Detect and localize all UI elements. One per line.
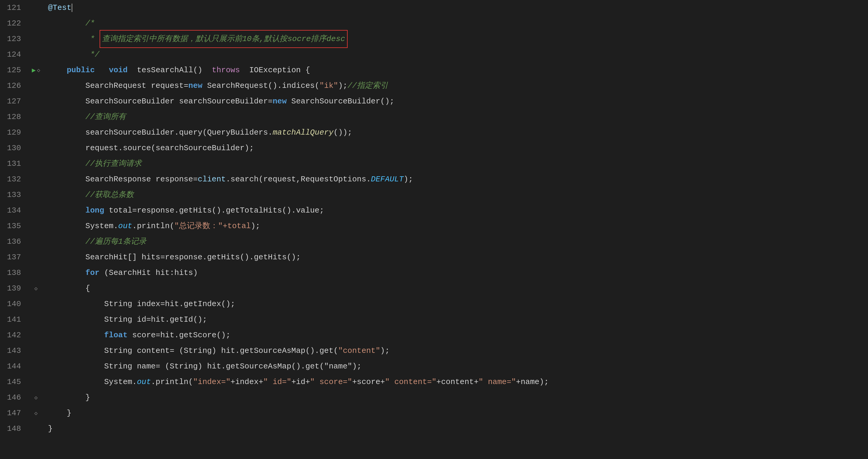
- code-content: @Test: [45, 0, 868, 15]
- line-number: 126: [0, 81, 27, 90]
- line-number: 141: [0, 315, 27, 324]
- highlighted-comment: 查询指定索引中所有数据，默认只展示前10条,默认按socre排序desc: [100, 30, 348, 48]
- code-line-123: 123 * 查询指定索引中所有数据，默认只展示前10条,默认按socre排序de…: [0, 31, 868, 47]
- code-line-135: 135 System.out.println("总记录数："+total);: [0, 218, 868, 234]
- code-content: {: [45, 281, 868, 296]
- line-number: 147: [0, 408, 27, 418]
- code-content: System.out.println("index="+index+" id="…: [45, 374, 868, 390]
- line-number: 122: [0, 19, 27, 28]
- line-number: 140: [0, 299, 27, 308]
- code-line-141: 141 String id=hit.getId();: [0, 312, 868, 327]
- line-number: 130: [0, 143, 27, 153]
- line-number: 134: [0, 206, 27, 215]
- line-number: 132: [0, 175, 27, 184]
- token: @Test: [48, 3, 71, 12]
- code-content: }: [45, 390, 868, 405]
- code-content: //查询所有: [45, 109, 868, 125]
- code-content: float score=hit.getScore();: [45, 327, 868, 343]
- token: IOException {: [244, 66, 310, 75]
- line-number: 142: [0, 331, 27, 340]
- token: void: [109, 66, 127, 75]
- line-number: 125: [0, 66, 27, 75]
- code-content: String content= (String) hit.getSourceAs…: [45, 343, 868, 359]
- code-line-140: 140 String index=hit.getIndex();: [0, 296, 868, 312]
- code-content: String index=hit.getIndex();: [45, 296, 868, 312]
- code-line-146: 146 ◇ }: [0, 390, 868, 405]
- line-number: 136: [0, 237, 27, 246]
- code-content: String name= (String) hit.getSourceAsMap…: [45, 359, 868, 374]
- token: /*: [48, 19, 95, 28]
- code-line-122: 122 /*: [0, 15, 868, 31]
- token: tesSearchAll(): [132, 66, 207, 75]
- bookmark-icon[interactable]: ◇: [37, 67, 40, 73]
- line-number: 143: [0, 346, 27, 355]
- token: throws: [212, 66, 240, 75]
- code-content: for (SearchHit hit:hits): [45, 265, 868, 281]
- code-line-148: 148 }: [0, 421, 868, 436]
- cursor: [72, 4, 72, 12]
- code-content: System.out.println("总记录数："+total);: [45, 218, 868, 234]
- code-line-138: 138 for (SearchHit hit:hits): [0, 265, 868, 281]
- line-number: 144: [0, 362, 27, 371]
- code-content: /*: [45, 15, 868, 31]
- code-line-132: 132 SearchResponse response=client.searc…: [0, 171, 868, 187]
- code-line-124: 124 */: [0, 47, 868, 62]
- code-line-144: 144 String name= (String) hit.getSourceA…: [0, 359, 868, 374]
- code-content: }: [45, 405, 868, 421]
- code-line-126: 126 SearchRequest request=new SearchRequ…: [0, 78, 868, 94]
- code-line-134: 134 long total=response.getHits().getTot…: [0, 203, 868, 218]
- line-number: 145: [0, 378, 27, 387]
- line-number: 137: [0, 253, 27, 262]
- code-content: SearchRequest request=new SearchRequest(…: [45, 78, 868, 94]
- line-number: 133: [0, 190, 27, 199]
- line-number: 135: [0, 222, 27, 231]
- code-content: * 查询指定索引中所有数据，默认只展示前10条,默认按socre排序desc: [45, 30, 868, 48]
- code-content: SearchHit[] hits=response.getHits().getH…: [45, 250, 868, 265]
- code-line-130: 130 request.source(searchSourceBuilder);: [0, 140, 868, 156]
- run-icon[interactable]: ▶: [32, 66, 36, 74]
- code-line-147: 147 ◇ }: [0, 405, 868, 421]
- bookmark-icon[interactable]: ◇: [34, 410, 38, 417]
- line-number: 127: [0, 97, 27, 106]
- code-line-129: 129 searchSourceBuilder.query(QueryBuild…: [0, 125, 868, 140]
- gutter-139: ◇: [27, 285, 45, 292]
- gutter-125: ▶ ◇: [27, 66, 45, 74]
- code-content: */: [45, 47, 868, 62]
- code-line-127: 127 SearchSourceBuilder searchSourceBuil…: [0, 94, 868, 109]
- line-number: 121: [0, 3, 27, 12]
- bookmark-icon[interactable]: ◇: [34, 285, 38, 292]
- code-line-142: 142 float score=hit.getScore();: [0, 327, 868, 343]
- line-number: 129: [0, 128, 27, 137]
- code-content: String id=hit.getId();: [45, 312, 868, 327]
- line-number: 148: [0, 424, 27, 433]
- code-line-139: 139 ◇ {: [0, 281, 868, 296]
- code-line-143: 143 String content= (String) hit.getSour…: [0, 343, 868, 359]
- token: */: [48, 50, 100, 59]
- code-line-125: 125 ▶ ◇ public void tesSearchAll() throw…: [0, 62, 868, 78]
- code-line-136: 136 //遍历每1条记录: [0, 234, 868, 250]
- gutter-146: ◇: [27, 394, 45, 401]
- line-number: 124: [0, 50, 27, 59]
- code-line-137: 137 SearchHit[] hits=response.getHits().…: [0, 250, 868, 265]
- code-content: //执行查询请求: [45, 156, 868, 171]
- code-content: searchSourceBuilder.query(QueryBuilders.…: [45, 125, 868, 140]
- code-content: //遍历每1条记录: [45, 234, 868, 250]
- line-number: 123: [0, 34, 27, 43]
- code-content: SearchSourceBuilder searchSourceBuilder=…: [45, 94, 868, 109]
- line-number: 131: [0, 159, 27, 168]
- code-content: SearchResponse response=client.search(re…: [45, 171, 868, 187]
- code-content: //获取总条数: [45, 187, 868, 203]
- line-number: 146: [0, 393, 27, 402]
- code-content: public void tesSearchAll() throws IOExce…: [45, 62, 868, 78]
- code-editor[interactable]: 121 @Test 122 /* 123 * 查询指定索引中所有数据，默认只展示…: [0, 0, 868, 459]
- code-line-121: 121 @Test: [0, 0, 868, 15]
- bookmark-icon[interactable]: ◇: [34, 394, 38, 401]
- line-number: 139: [0, 284, 27, 293]
- code-content: request.source(searchSourceBuilder);: [45, 140, 868, 156]
- code-line-131: 131 //执行查询请求: [0, 156, 868, 171]
- code-content: long total=response.getHits().getTotalHi…: [45, 203, 868, 218]
- token: *: [48, 34, 100, 43]
- gutter-147: ◇: [27, 410, 45, 417]
- code-line-128: 128 //查询所有: [0, 109, 868, 125]
- line-number: 128: [0, 112, 27, 122]
